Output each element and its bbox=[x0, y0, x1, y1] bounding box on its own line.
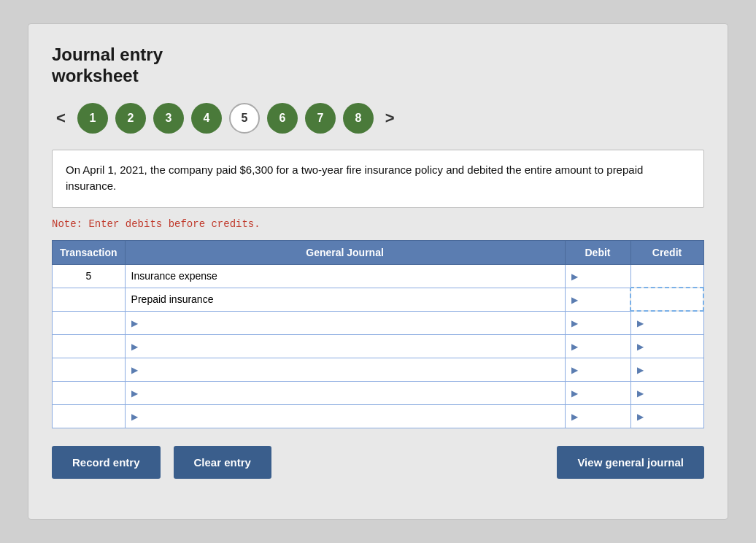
cell-journal[interactable]: Insurance expense bbox=[125, 264, 565, 288]
worksheet-container: Journal entry worksheet < 12345678 > On … bbox=[28, 23, 728, 520]
cell-journal[interactable]: Prepaid insurance bbox=[125, 288, 565, 311]
cell-debit[interactable]: ▶ bbox=[565, 264, 630, 288]
cell-journal[interactable]: ▶ bbox=[125, 358, 565, 381]
record-entry-button[interactable]: Record entry bbox=[52, 446, 161, 479]
step-button-8[interactable]: 8 bbox=[343, 103, 374, 134]
cell-debit[interactable]: ▶ bbox=[565, 288, 630, 311]
page-title: Journal entry worksheet bbox=[52, 45, 704, 87]
cell-transaction: 5 bbox=[53, 264, 126, 288]
button-row: Record entry Clear entry View general jo… bbox=[52, 446, 704, 479]
cell-debit[interactable]: ▶ bbox=[565, 381, 630, 404]
cell-credit[interactable] bbox=[630, 264, 703, 288]
clear-entry-button[interactable]: Clear entry bbox=[174, 446, 271, 479]
step-button-7[interactable]: 7 bbox=[305, 103, 336, 134]
cell-transaction bbox=[53, 358, 126, 381]
cell-journal[interactable]: ▶ bbox=[125, 404, 565, 428]
cell-credit[interactable]: ▶ bbox=[630, 334, 703, 358]
cell-debit[interactable]: ▶ bbox=[565, 404, 630, 428]
table-row: ▶▶▶ bbox=[53, 334, 704, 358]
step-button-2[interactable]: 2 bbox=[115, 103, 146, 134]
col-header-journal: General Journal bbox=[125, 240, 565, 264]
description-text: On April 1, 2021, the company paid $6,30… bbox=[66, 163, 643, 193]
cell-transaction bbox=[53, 334, 126, 358]
step-button-4[interactable]: 4 bbox=[191, 103, 222, 134]
cell-credit[interactable] bbox=[630, 288, 703, 311]
cell-transaction bbox=[53, 288, 126, 311]
col-header-transaction: Transaction bbox=[53, 240, 126, 264]
view-general-journal-button[interactable]: View general journal bbox=[557, 446, 704, 479]
cell-journal[interactable]: ▶ bbox=[125, 381, 565, 404]
note-text: Note: Enter debits before credits. bbox=[52, 218, 704, 230]
cell-journal[interactable]: ▶ bbox=[125, 334, 565, 358]
cell-transaction bbox=[53, 404, 126, 428]
prev-button[interactable]: < bbox=[52, 110, 70, 126]
table-row: 5Insurance expense▶ bbox=[53, 264, 704, 288]
next-button[interactable]: > bbox=[381, 110, 399, 126]
step-button-5[interactable]: 5 bbox=[229, 103, 260, 134]
description-box: On April 1, 2021, the company paid $6,30… bbox=[52, 150, 704, 208]
journal-table: Transaction General Journal Debit Credit… bbox=[52, 240, 704, 428]
cell-debit[interactable]: ▶ bbox=[565, 311, 630, 334]
table-row: ▶▶▶ bbox=[53, 404, 704, 428]
col-header-debit: Debit bbox=[565, 240, 630, 264]
cell-credit[interactable]: ▶ bbox=[630, 311, 703, 334]
cell-debit[interactable]: ▶ bbox=[565, 358, 630, 381]
cell-credit[interactable]: ▶ bbox=[630, 381, 703, 404]
step-button-6[interactable]: 6 bbox=[267, 103, 298, 134]
table-row: Prepaid insurance▶ bbox=[53, 288, 704, 311]
table-row: ▶▶▶ bbox=[53, 311, 704, 334]
cell-debit[interactable]: ▶ bbox=[565, 334, 630, 358]
cell-transaction bbox=[53, 311, 126, 334]
table-row: ▶▶▶ bbox=[53, 381, 704, 404]
col-header-credit: Credit bbox=[630, 240, 703, 264]
cell-transaction bbox=[53, 381, 126, 404]
table-row: ▶▶▶ bbox=[53, 358, 704, 381]
cell-credit[interactable]: ▶ bbox=[630, 404, 703, 428]
step-button-3[interactable]: 3 bbox=[153, 103, 184, 134]
cell-credit[interactable]: ▶ bbox=[630, 358, 703, 381]
step-navigation: < 12345678 > bbox=[52, 103, 704, 134]
step-button-1[interactable]: 1 bbox=[77, 103, 108, 134]
cell-journal[interactable]: ▶ bbox=[125, 311, 565, 334]
